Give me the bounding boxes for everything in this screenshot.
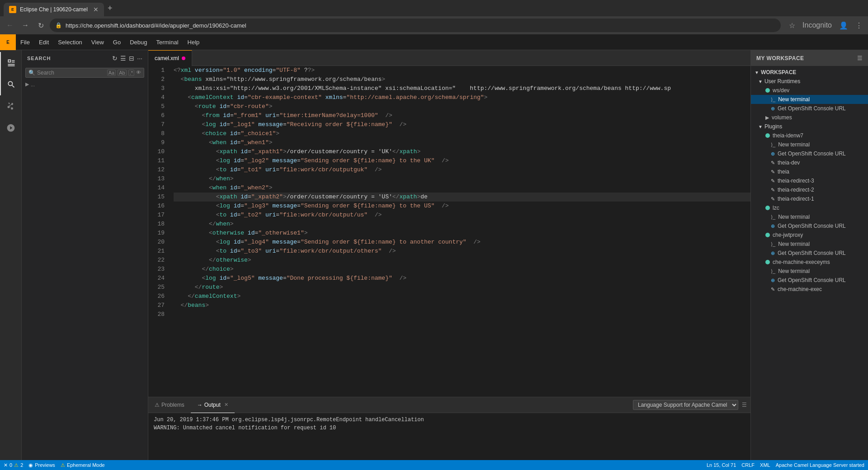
line-number: 5 [148,102,166,111]
terminal-icon: ⟩_ [771,97,775,103]
menu-go[interactable]: Go [108,34,125,50]
wsdev-console-label: Get OpenShift Console URL [778,105,846,112]
editor-tab-camel-xml[interactable]: camel.xml [148,50,192,66]
workspace-item-che-jwtproxy[interactable]: che-jwtproxy [751,230,868,240]
language-dropdown[interactable]: Language Support for Apache Camel [633,400,738,410]
menu-bar: E File Edit Selection View Go Debug Term… [0,34,868,50]
workspace-item-wsdev-volumes[interactable]: ▶ volumes [751,113,868,122]
workspace-item-machine-execeyms-console[interactable]: ⊕ Get OpenShift Console URL [751,276,868,285]
code-line: <?xml version="1.0" encoding="UTF-8" ??> [174,66,750,75]
nav-right-buttons: ☆ Incognito 👤 ⋮ [787,19,864,32]
status-language[interactable]: XML [760,462,770,468]
menu-help[interactable]: Help [183,34,204,50]
menu-file[interactable]: File [16,34,34,50]
refresh-icon[interactable]: ↻ [112,55,118,62]
more-icon[interactable]: ··· [137,55,142,62]
activity-bar [0,50,22,460]
clear-icon[interactable]: ☰ [120,55,126,62]
workspace-item-wsdev-console[interactable]: ⊕ Get OpenShift Console URL [751,104,868,113]
panel-tab-problems[interactable]: ⚠ Problems [148,397,191,413]
workspace-item-theia-redirect-3[interactable]: ✎ theia-redirect-3 [751,176,868,185]
activity-search[interactable] [0,74,22,95]
status-position[interactable]: Ln 15, Col 71 [707,462,736,468]
tab-close-button[interactable]: ✕ [93,6,99,13]
new-tab-button[interactable]: + [108,4,113,13]
plugins-header[interactable]: ▼ Plugins [751,122,868,131]
forward-button[interactable]: → [19,19,32,32]
eye-icon[interactable]: 👁 [136,70,141,76]
workspace-item-wsdev[interactable]: ws/dev [751,86,868,95]
workspace-item-theia-redirect-1[interactable]: ✎ theia-redirect-1 [751,194,868,203]
code-line: </otherwise> [174,256,750,265]
workspace-item-lzc-terminal[interactable]: ⟩_ New terminal [751,212,868,221]
wsdev-status-dot [765,88,770,93]
line-number: 22 [148,256,166,265]
workspace-item-lzc-console[interactable]: ⊕ Get OpenShift Console URL [751,221,868,230]
browser-tab[interactable]: E Eclipse Che | 190620-camel ✕ [4,3,104,16]
workspace-section: ▼ WORKSPACE ▼ User Runtimes ws/dev ⟩_ [751,68,868,294]
status-errors[interactable]: ✕ 0 ⚠ 2 [4,462,23,468]
menu-icon[interactable]: ⋮ [854,19,864,32]
search-icon: 🔍 [28,70,35,76]
profile-icon[interactable]: 👤 [837,19,850,32]
workspace-item-theia-idenw7-terminal[interactable]: ⟩_ New terminal [751,140,868,149]
address-bar[interactable]: 🔒 https://che.openshift.io/dashboard/#/i… [50,19,781,32]
status-previews[interactable]: ◉ Previews [28,462,55,468]
search-input-container[interactable]: 🔍 Search Aa Ab .* 👁 [25,68,144,78]
line-number: 26 [148,292,166,301]
regex-btn[interactable]: .* [128,70,134,76]
line-number: 23 [148,265,166,274]
jwtproxy-label: che-jwtproxy [773,232,803,238]
workspace-section-header[interactable]: ▼ WORKSPACE [751,68,868,77]
menu-view[interactable]: View [87,34,108,50]
user-runtimes-header[interactable]: ▼ User Runtimes [751,77,868,86]
code-content[interactable]: <?xml version="1.0" encoding="UTF-8" ??>… [170,66,750,397]
status-ephemeral[interactable]: ⚠ Ephemeral Mode [61,462,105,468]
main-content: SEARCH ↻ ☰ ⊟ ··· 🔍 Search Aa Ab .* 👁 [0,50,868,460]
search-placeholder: Search [37,70,54,76]
activity-debug[interactable] [0,117,22,139]
whole-word-btn[interactable]: Ab [118,70,126,76]
workspace-item-jwtproxy-console[interactable]: ⊕ Get OpenShift Console URL [751,249,868,258]
machine-execeyms-dot [765,260,770,264]
workspace-item-machine-exec[interactable]: ✎ che-machine-exec [751,285,868,294]
menu-selection[interactable]: Selection [53,34,86,50]
app-logo: E [0,34,16,50]
panel-tab-output[interactable]: → Output ✕ [191,397,235,413]
workspace-item-che-machine-execeyms[interactable]: che-machine-execeyms [751,258,868,267]
workspace-item-jwtproxy-terminal[interactable]: ⟩_ New terminal [751,240,868,249]
workspace-item-theia-redirect-2[interactable]: ✎ theia-redirect-2 [751,185,868,194]
incognito-label: Incognito [801,19,834,31]
collapse-icon[interactable]: ⊟ [129,55,134,62]
menu-terminal[interactable]: Terminal [151,34,183,50]
panel-menu-icon[interactable]: ☰ [742,402,747,408]
console-icon-lzc: ⊕ [771,223,775,229]
workspace-item-machine-execeyms-terminal[interactable]: ⟩_ New terminal [751,267,868,276]
workspace-item-theia-idenw7-console[interactable]: ⊕ Get OpenShift Console URL [751,149,868,158]
status-encoding[interactable]: CRLF [741,462,755,468]
workspace-item-theia[interactable]: ✎ theia [751,167,868,176]
workspace-section-label: WORKSPACE [761,69,796,75]
jwtproxy-terminal-label: New terminal [778,241,810,247]
line-number: 24 [148,274,166,283]
reload-button[interactable]: ↻ [34,19,47,32]
sidebar-item-files[interactable]: ▶ ... [22,80,148,89]
activity-explorer[interactable] [0,52,22,74]
workspace-item-lzc[interactable]: lzc [751,203,868,212]
workspace-item-theia-idenw7[interactable]: theia-idenw7 [751,131,868,140]
code-editor[interactable]: 1234567891011121314151617181920212223242… [148,66,750,397]
bookmark-icon[interactable]: ☆ [787,19,797,32]
menu-edit[interactable]: Edit [34,34,53,50]
workspace-item-theia-dev[interactable]: ✎ theia-dev [751,158,868,167]
machine-exec-label: che-machine-exec [778,286,822,292]
workspace-item-wsdev-new-terminal[interactable]: ⟩_ New terminal [751,95,868,104]
right-panel-menu-icon[interactable]: ☰ [857,55,863,61]
match-case-btn[interactable]: Aa [107,70,116,76]
console-icon-execeyms: ⊕ [771,277,775,283]
menu-debug[interactable]: Debug [125,34,151,50]
panel-tab-close-button[interactable]: ✕ [224,402,228,408]
edit-icon: ✎ [771,160,775,166]
activity-git[interactable] [0,95,22,117]
chevron-right-icon: ▶ [25,81,29,87]
back-button[interactable]: ← [4,19,16,32]
